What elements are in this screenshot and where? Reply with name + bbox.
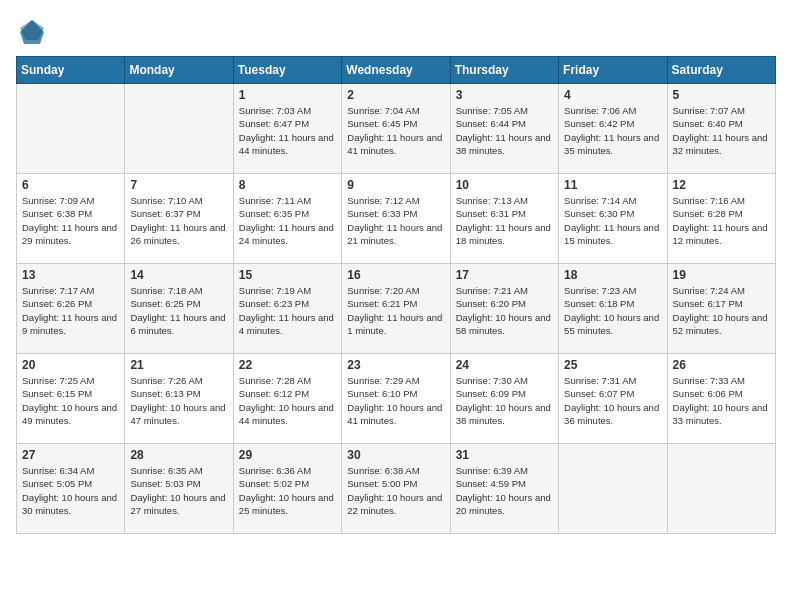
day-info: Sunrise: 7:20 AM Sunset: 6:21 PM Dayligh… (347, 284, 444, 337)
logo (16, 16, 52, 48)
day-number: 13 (22, 268, 119, 282)
day-number: 23 (347, 358, 444, 372)
day-number: 19 (673, 268, 770, 282)
calendar-cell: 25Sunrise: 7:31 AM Sunset: 6:07 PM Dayli… (559, 354, 667, 444)
day-number: 29 (239, 448, 336, 462)
calendar-cell: 1Sunrise: 7:03 AM Sunset: 6:47 PM Daylig… (233, 84, 341, 174)
calendar-cell: 6Sunrise: 7:09 AM Sunset: 6:38 PM Daylig… (17, 174, 125, 264)
day-info: Sunrise: 7:28 AM Sunset: 6:12 PM Dayligh… (239, 374, 336, 427)
day-info: Sunrise: 7:14 AM Sunset: 6:30 PM Dayligh… (564, 194, 661, 247)
day-info: Sunrise: 7:25 AM Sunset: 6:15 PM Dayligh… (22, 374, 119, 427)
calendar-table: SundayMondayTuesdayWednesdayThursdayFrid… (16, 56, 776, 534)
calendar-cell: 21Sunrise: 7:26 AM Sunset: 6:13 PM Dayli… (125, 354, 233, 444)
day-number: 10 (456, 178, 553, 192)
calendar-cell: 24Sunrise: 7:30 AM Sunset: 6:09 PM Dayli… (450, 354, 558, 444)
day-number: 9 (347, 178, 444, 192)
day-info: Sunrise: 7:06 AM Sunset: 6:42 PM Dayligh… (564, 104, 661, 157)
calendar-day-header: Monday (125, 57, 233, 84)
day-info: Sunrise: 6:38 AM Sunset: 5:00 PM Dayligh… (347, 464, 444, 517)
calendar-cell: 17Sunrise: 7:21 AM Sunset: 6:20 PM Dayli… (450, 264, 558, 354)
day-number: 15 (239, 268, 336, 282)
day-info: Sunrise: 7:29 AM Sunset: 6:10 PM Dayligh… (347, 374, 444, 427)
day-info: Sunrise: 7:24 AM Sunset: 6:17 PM Dayligh… (673, 284, 770, 337)
day-number: 31 (456, 448, 553, 462)
day-info: Sunrise: 6:34 AM Sunset: 5:05 PM Dayligh… (22, 464, 119, 517)
calendar-cell: 29Sunrise: 6:36 AM Sunset: 5:02 PM Dayli… (233, 444, 341, 534)
day-info: Sunrise: 6:35 AM Sunset: 5:03 PM Dayligh… (130, 464, 227, 517)
day-number: 6 (22, 178, 119, 192)
calendar-week-row: 1Sunrise: 7:03 AM Sunset: 6:47 PM Daylig… (17, 84, 776, 174)
calendar-day-header: Tuesday (233, 57, 341, 84)
day-info: Sunrise: 7:13 AM Sunset: 6:31 PM Dayligh… (456, 194, 553, 247)
day-number: 4 (564, 88, 661, 102)
calendar-day-header: Friday (559, 57, 667, 84)
day-number: 22 (239, 358, 336, 372)
day-number: 26 (673, 358, 770, 372)
calendar-cell: 22Sunrise: 7:28 AM Sunset: 6:12 PM Dayli… (233, 354, 341, 444)
calendar-cell (17, 84, 125, 174)
day-number: 24 (456, 358, 553, 372)
calendar-week-row: 20Sunrise: 7:25 AM Sunset: 6:15 PM Dayli… (17, 354, 776, 444)
calendar-cell: 27Sunrise: 6:34 AM Sunset: 5:05 PM Dayli… (17, 444, 125, 534)
calendar-cell: 28Sunrise: 6:35 AM Sunset: 5:03 PM Dayli… (125, 444, 233, 534)
calendar-cell: 8Sunrise: 7:11 AM Sunset: 6:35 PM Daylig… (233, 174, 341, 264)
calendar-day-header: Thursday (450, 57, 558, 84)
day-info: Sunrise: 7:17 AM Sunset: 6:26 PM Dayligh… (22, 284, 119, 337)
day-number: 14 (130, 268, 227, 282)
calendar-cell: 11Sunrise: 7:14 AM Sunset: 6:30 PM Dayli… (559, 174, 667, 264)
day-info: Sunrise: 7:33 AM Sunset: 6:06 PM Dayligh… (673, 374, 770, 427)
calendar-cell: 15Sunrise: 7:19 AM Sunset: 6:23 PM Dayli… (233, 264, 341, 354)
calendar-cell: 4Sunrise: 7:06 AM Sunset: 6:42 PM Daylig… (559, 84, 667, 174)
calendar-cell (125, 84, 233, 174)
calendar-week-row: 13Sunrise: 7:17 AM Sunset: 6:26 PM Dayli… (17, 264, 776, 354)
day-number: 20 (22, 358, 119, 372)
day-info: Sunrise: 7:10 AM Sunset: 6:37 PM Dayligh… (130, 194, 227, 247)
calendar-cell: 2Sunrise: 7:04 AM Sunset: 6:45 PM Daylig… (342, 84, 450, 174)
calendar-cell: 5Sunrise: 7:07 AM Sunset: 6:40 PM Daylig… (667, 84, 775, 174)
day-info: Sunrise: 7:04 AM Sunset: 6:45 PM Dayligh… (347, 104, 444, 157)
calendar-cell: 9Sunrise: 7:12 AM Sunset: 6:33 PM Daylig… (342, 174, 450, 264)
day-info: Sunrise: 7:21 AM Sunset: 6:20 PM Dayligh… (456, 284, 553, 337)
day-info: Sunrise: 7:12 AM Sunset: 6:33 PM Dayligh… (347, 194, 444, 247)
calendar-day-header: Wednesday (342, 57, 450, 84)
day-number: 25 (564, 358, 661, 372)
day-info: Sunrise: 7:31 AM Sunset: 6:07 PM Dayligh… (564, 374, 661, 427)
calendar-cell (559, 444, 667, 534)
day-number: 12 (673, 178, 770, 192)
day-info: Sunrise: 7:09 AM Sunset: 6:38 PM Dayligh… (22, 194, 119, 247)
day-number: 21 (130, 358, 227, 372)
day-number: 28 (130, 448, 227, 462)
day-number: 3 (456, 88, 553, 102)
day-info: Sunrise: 7:05 AM Sunset: 6:44 PM Dayligh… (456, 104, 553, 157)
calendar-cell: 23Sunrise: 7:29 AM Sunset: 6:10 PM Dayli… (342, 354, 450, 444)
page-header (16, 16, 776, 48)
calendar-cell: 26Sunrise: 7:33 AM Sunset: 6:06 PM Dayli… (667, 354, 775, 444)
day-info: Sunrise: 7:11 AM Sunset: 6:35 PM Dayligh… (239, 194, 336, 247)
day-info: Sunrise: 7:18 AM Sunset: 6:25 PM Dayligh… (130, 284, 227, 337)
calendar-day-header: Saturday (667, 57, 775, 84)
calendar-cell: 3Sunrise: 7:05 AM Sunset: 6:44 PM Daylig… (450, 84, 558, 174)
calendar-cell: 13Sunrise: 7:17 AM Sunset: 6:26 PM Dayli… (17, 264, 125, 354)
calendar-cell: 20Sunrise: 7:25 AM Sunset: 6:15 PM Dayli… (17, 354, 125, 444)
calendar-day-header: Sunday (17, 57, 125, 84)
calendar-cell: 18Sunrise: 7:23 AM Sunset: 6:18 PM Dayli… (559, 264, 667, 354)
day-info: Sunrise: 7:16 AM Sunset: 6:28 PM Dayligh… (673, 194, 770, 247)
calendar-cell: 19Sunrise: 7:24 AM Sunset: 6:17 PM Dayli… (667, 264, 775, 354)
calendar-week-row: 6Sunrise: 7:09 AM Sunset: 6:38 PM Daylig… (17, 174, 776, 264)
day-number: 30 (347, 448, 444, 462)
day-number: 2 (347, 88, 444, 102)
day-number: 17 (456, 268, 553, 282)
calendar-header-row: SundayMondayTuesdayWednesdayThursdayFrid… (17, 57, 776, 84)
day-info: Sunrise: 7:07 AM Sunset: 6:40 PM Dayligh… (673, 104, 770, 157)
day-number: 27 (22, 448, 119, 462)
calendar-cell: 16Sunrise: 7:20 AM Sunset: 6:21 PM Dayli… (342, 264, 450, 354)
day-info: Sunrise: 7:03 AM Sunset: 6:47 PM Dayligh… (239, 104, 336, 157)
calendar-cell: 30Sunrise: 6:38 AM Sunset: 5:00 PM Dayli… (342, 444, 450, 534)
day-info: Sunrise: 7:23 AM Sunset: 6:18 PM Dayligh… (564, 284, 661, 337)
calendar-cell: 7Sunrise: 7:10 AM Sunset: 6:37 PM Daylig… (125, 174, 233, 264)
day-number: 5 (673, 88, 770, 102)
day-info: Sunrise: 7:19 AM Sunset: 6:23 PM Dayligh… (239, 284, 336, 337)
day-number: 18 (564, 268, 661, 282)
day-number: 16 (347, 268, 444, 282)
day-info: Sunrise: 7:30 AM Sunset: 6:09 PM Dayligh… (456, 374, 553, 427)
